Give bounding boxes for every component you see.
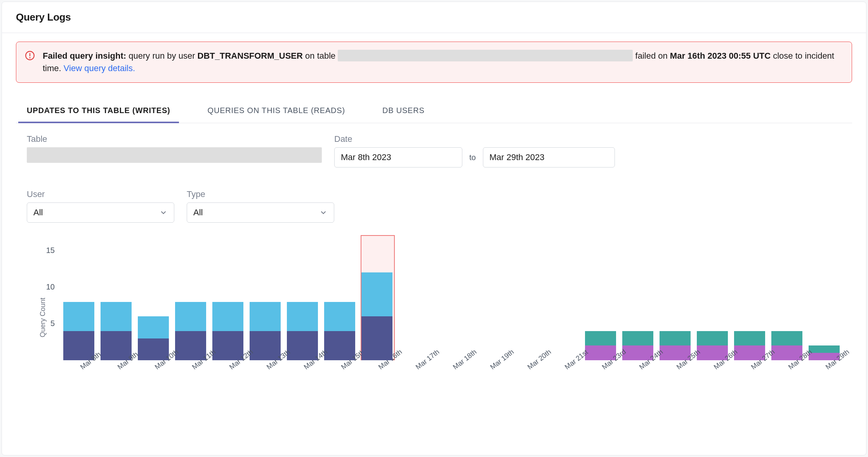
bars	[60, 236, 843, 360]
bar-slot[interactable]	[358, 236, 396, 360]
bar-slot[interactable]	[656, 236, 694, 360]
filter-table-value-redacted[interactable]	[27, 147, 322, 163]
tab-2[interactable]: DB USERS	[382, 100, 425, 123]
bar-segment	[809, 345, 840, 353]
bar-segment	[585, 331, 616, 346]
failed-query-alert: Failed query insight: query run by user …	[16, 42, 852, 83]
bar-slot[interactable]	[321, 236, 358, 360]
bar-segment	[101, 302, 132, 331]
filter-user-group: User All	[27, 189, 174, 223]
bar-slot[interactable]	[433, 236, 470, 360]
bar-slot[interactable]	[209, 236, 247, 360]
bar-segment	[324, 302, 356, 331]
bar-segment	[771, 331, 803, 346]
bar-segment	[138, 316, 169, 338]
bar-segment	[361, 316, 393, 360]
chevron-down-icon	[319, 208, 328, 217]
bar-segment	[361, 272, 393, 316]
plot-area: 51015	[60, 236, 843, 360]
bar-stack	[175, 302, 207, 361]
tab-1[interactable]: QUERIES ON THIS TABLE (READS)	[208, 100, 345, 123]
bar-stack	[324, 302, 356, 361]
x-tick: Mar 20th	[507, 362, 545, 399]
y-axis-label: Query Count	[39, 298, 47, 337]
y-tick-label: 5	[50, 319, 60, 328]
bar-slot[interactable]	[135, 236, 172, 360]
bar-stack	[212, 302, 244, 361]
bar-slot[interactable]	[247, 236, 284, 360]
filter-type-group: Type All	[187, 189, 334, 223]
x-tick: Mar 27th	[731, 362, 768, 399]
chart: Query Count 51015 Mar 8thMar 9thMar 10th…	[25, 236, 843, 399]
redacted-table-name	[338, 50, 633, 61]
bar-slot[interactable]	[470, 236, 507, 360]
bar-segment	[660, 331, 691, 346]
bar-slot[interactable]	[619, 236, 656, 360]
bar-segment	[212, 302, 244, 331]
bar-stack	[63, 302, 95, 361]
svg-point-2	[29, 57, 30, 58]
bar-slot[interactable]	[284, 236, 321, 360]
tabs: UPDATES TO THIS TABLE (WRITES)QUERIES ON…	[16, 100, 852, 123]
alert-user: DBT_TRANSFORM_USER	[198, 51, 303, 61]
bar-segment	[734, 331, 766, 346]
x-ticks: Mar 8thMar 9thMar 10thMar 11thMar 12thMa…	[60, 362, 843, 399]
chevron-down-icon	[159, 208, 168, 217]
bar-slot[interactable]	[806, 236, 843, 360]
bar-slot[interactable]	[694, 236, 731, 360]
x-tick: Mar 15th	[321, 362, 358, 399]
bar-stack	[101, 302, 132, 361]
bar-slot[interactable]	[768, 236, 806, 360]
bar-slot[interactable]	[582, 236, 619, 360]
bar-slot[interactable]	[172, 236, 209, 360]
view-query-details-link[interactable]: View query details.	[64, 63, 135, 73]
filter-table-group: Table	[27, 134, 322, 167]
bar-slot[interactable]	[60, 236, 97, 360]
bar-segment	[250, 302, 281, 331]
card-body: Failed query insight: query run by user …	[2, 33, 866, 399]
date-to-separator: to	[469, 153, 476, 162]
bar-slot[interactable]	[731, 236, 768, 360]
y-tick-label: 10	[46, 282, 60, 291]
tab-0[interactable]: UPDATES TO THIS TABLE (WRITES)	[27, 100, 170, 123]
x-tick: Mar 21st	[545, 362, 582, 399]
x-tick: Mar 13th	[247, 362, 284, 399]
x-tick: Mar 10th	[135, 362, 172, 399]
bar-stack	[361, 272, 393, 360]
card-header: Query Logs	[2, 2, 866, 33]
filter-type-label: Type	[187, 189, 334, 199]
bar-segment	[287, 302, 318, 331]
alert-prefix: Failed query insight:	[43, 51, 126, 61]
date-from-input[interactable]: Mar 8th 2023	[334, 147, 462, 167]
bar-segment	[175, 302, 207, 331]
alert-text: Failed query insight: query run by user …	[43, 50, 841, 75]
x-tick: Mar 29th	[806, 362, 843, 399]
x-tick: Mar 26th	[694, 362, 731, 399]
x-tick: Mar 14th	[284, 362, 321, 399]
alert-timestamp: Mar 16th 2023 00:55 UTC	[670, 51, 771, 61]
bar-segment	[622, 331, 654, 346]
bar-stack	[287, 302, 318, 361]
bar-segment	[63, 302, 95, 331]
bar-stack	[138, 316, 169, 360]
x-tick: Mar 25th	[656, 362, 694, 399]
x-tick: Mar 24th	[619, 362, 656, 399]
filter-user-label: User	[27, 189, 174, 199]
bar-slot[interactable]	[545, 236, 582, 360]
type-select[interactable]: All	[187, 202, 334, 223]
x-tick: Mar 19th	[470, 362, 507, 399]
user-select[interactable]: All	[27, 202, 174, 223]
alert-icon	[25, 51, 35, 61]
x-tick: Mar 23rd	[582, 362, 619, 399]
bar-slot[interactable]	[97, 236, 135, 360]
date-to-input[interactable]: Mar 29th 2023	[483, 147, 615, 167]
x-tick: Mar 18th	[433, 362, 470, 399]
x-tick: Mar 28th	[768, 362, 806, 399]
x-tick: Mar 11th	[172, 362, 209, 399]
filter-date-label: Date	[334, 134, 615, 144]
bar-slot[interactable]	[396, 236, 433, 360]
filter-table-label: Table	[27, 134, 322, 144]
date-range-row: Mar 8th 2023 to Mar 29th 2023	[334, 147, 615, 167]
bar-slot[interactable]	[507, 236, 545, 360]
x-tick: Mar 9th	[97, 362, 135, 399]
